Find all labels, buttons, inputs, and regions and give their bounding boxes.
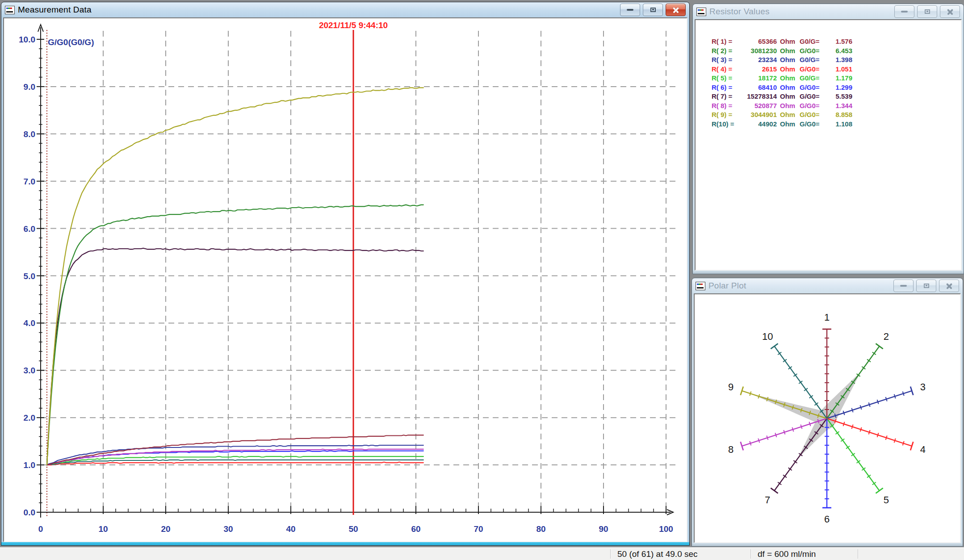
ratio-value: 1.108	[825, 120, 852, 129]
resistance-unit: Ohm	[777, 92, 800, 101]
ratio-label: G0/G=	[800, 37, 825, 46]
resistance-unit: Ohm	[777, 83, 800, 92]
polar-axis-5	[827, 418, 883, 493]
polar-axis-label: 8	[728, 444, 733, 455]
polar-plot-window: Polar Plot 12345678910	[692, 278, 963, 547]
svg-text:90: 90	[599, 524, 608, 534]
ratio-value: 1.344	[825, 101, 852, 111]
svg-text:100: 100	[659, 524, 673, 534]
resistor-row: R( 1) =65366OhmG0/G=1.576	[712, 37, 961, 46]
svg-text:6.0: 6.0	[24, 224, 35, 234]
resistor-row: R( 6) =68410OhmG/G0=1.299	[712, 83, 961, 92]
status-separator	[750, 549, 751, 559]
resistor-label: R( 6) =	[712, 83, 741, 92]
polar-axis-label: 9	[728, 381, 733, 393]
resistor-window-controls	[894, 5, 960, 18]
minimize-button[interactable]	[894, 5, 914, 18]
svg-text:1.0: 1.0	[24, 460, 35, 470]
svg-text:0.0: 0.0	[24, 508, 35, 517]
svg-text:4.0: 4.0	[24, 318, 35, 328]
measurement-data-window: Measurement Data 0.01.02.03.04.05.06.07.…	[1, 2, 690, 546]
desktop: { "measurement_window": { "title": "Meas…	[0, 0, 964, 560]
ratio-value: 1.179	[825, 74, 852, 83]
ratio-label: G/G0=	[800, 101, 825, 111]
polar-window-controls	[893, 280, 959, 292]
measurement-chart-area: 0.01.02.03.04.05.06.07.08.09.010.0010203…	[3, 17, 687, 542]
ratio-value: 1.051	[825, 65, 852, 74]
close-button[interactable]	[666, 4, 686, 16]
svg-text:5.0: 5.0	[24, 272, 35, 281]
resistor-label: R( 1) =	[712, 37, 741, 46]
svg-text:50: 50	[348, 524, 358, 534]
resistance-unit: Ohm	[777, 101, 800, 111]
resistance-unit: Ohm	[777, 65, 800, 74]
resistor-row: R( 3) =23234OhmG0/G=1.398	[712, 55, 961, 65]
app-chart-icon	[696, 8, 706, 16]
svg-text:3.0: 3.0	[24, 366, 35, 375]
axis-tick-labels: 0.01.02.03.04.05.06.07.08.09.010.0010203…	[19, 35, 673, 534]
resistance-value: 68410	[741, 83, 777, 92]
timestamp-label: 2021/11/5 9:44:10	[319, 21, 388, 30]
maximize-icon	[924, 284, 929, 288]
polar-axis-label: 4	[920, 444, 926, 455]
resistance-unit: Ohm	[777, 120, 800, 129]
ratio-value: 1.576	[825, 37, 852, 46]
status-separator	[610, 549, 611, 559]
maximize-icon	[650, 8, 656, 12]
resistance-unit: Ohm	[777, 110, 800, 120]
polar-axis-label: 7	[765, 494, 770, 506]
ratio-value: 1.299	[825, 83, 852, 92]
ratio-value: 6.453	[825, 46, 852, 56]
maximize-button[interactable]	[916, 280, 936, 292]
resistor-row: R( 4) =2615OhmG/G0=1.051	[712, 65, 961, 74]
svg-text:10: 10	[98, 524, 108, 534]
minimize-icon	[627, 9, 633, 11]
value-star-polygon	[752, 372, 861, 459]
resistor-window-title: Resistor Values	[709, 7, 770, 17]
status-bar: 50 (of 61) at 49.0 sec df = 600 ml/min	[0, 547, 964, 560]
y-axis-caption: G/G0(G0/G)	[48, 38, 94, 47]
resistance-value: 44902	[741, 120, 777, 129]
resistor-label: R( 8) =	[712, 101, 741, 111]
polar-plot-area: 12345678910	[694, 293, 961, 543]
close-icon	[947, 8, 954, 15]
svg-text:10.0: 10.0	[19, 35, 35, 44]
svg-text:8.0: 8.0	[24, 130, 35, 139]
ratio-label: G0/G=	[800, 74, 825, 83]
resistor-row: R( 5) =18172OhmG0/G=1.179	[712, 74, 961, 83]
maximize-button[interactable]	[917, 5, 937, 18]
resistance-value: 2615	[741, 65, 777, 74]
measurement-chart-canvas[interactable]: 0.01.02.03.04.05.06.07.08.09.010.0010203…	[4, 18, 687, 542]
minimize-icon	[900, 285, 907, 287]
app-chart-icon	[696, 282, 705, 290]
ratio-value: 1.398	[825, 55, 852, 65]
ratio-label: G/G0=	[800, 92, 825, 101]
svg-text:60: 60	[411, 524, 420, 534]
status-progress-text: 50 (of 61) at 49.0 sec	[617, 548, 698, 560]
minimize-button[interactable]	[893, 280, 914, 292]
ratio-label: G/G0=	[800, 46, 825, 56]
ratio-label: G/G0=	[800, 83, 825, 92]
maximize-button[interactable]	[643, 4, 663, 16]
resistor-label: R( 2) =	[712, 46, 741, 56]
polar-axis-label: 2	[884, 331, 889, 342]
resistor-row: R( 7) =15278314OhmG/G0=5.539	[712, 92, 961, 101]
status-separator	[858, 549, 859, 559]
polar-axis-7	[771, 418, 827, 493]
resistor-row: R( 9) =3044901OhmG/G0=8.858	[712, 110, 961, 120]
polar-window-titlebar[interactable]: Polar Plot	[692, 278, 963, 293]
ratio-value: 8.858	[825, 110, 852, 120]
resistance-unit: Ohm	[777, 55, 800, 65]
resistor-label: R( 9) =	[712, 110, 741, 120]
resistance-value: 15278314	[741, 92, 777, 101]
resistor-window-titlebar[interactable]: Resistor Values	[693, 4, 964, 19]
measurement-window-titlebar[interactable]: Measurement Data	[1, 2, 689, 17]
resistor-row: R( 8) =520877OhmG/G0=1.344	[712, 101, 961, 111]
polar-axis-label: 3	[920, 381, 926, 393]
resistance-unit: Ohm	[777, 46, 800, 56]
svg-text:9.0: 9.0	[24, 82, 35, 92]
close-button[interactable]	[940, 5, 960, 18]
resistor-label: R( 5) =	[712, 74, 741, 83]
minimize-button[interactable]	[620, 4, 640, 16]
close-button[interactable]	[939, 280, 959, 292]
